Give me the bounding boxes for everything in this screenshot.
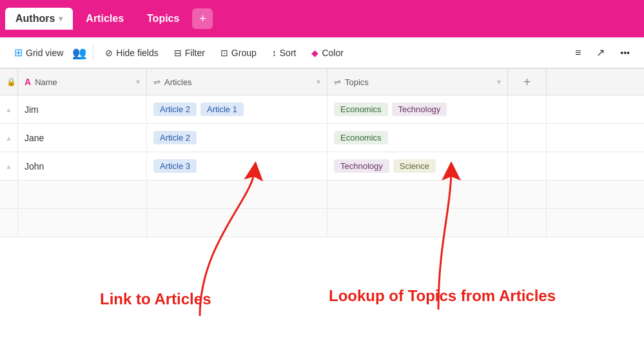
group-button[interactable]: ⊡ Group [214, 44, 263, 62]
lookup-topics-label: Lookup of Topics from Articles [329, 287, 556, 305]
row-extra-3 [508, 152, 547, 180]
grid-header: 🔒 A Name ▾ ⇌ Articles ▾ ⇌ Topics ▾ + [0, 69, 644, 95]
lock-col-header: 🔒 [0, 69, 18, 95]
group-by-icon[interactable]: 👥 [72, 46, 88, 60]
row-lock-icon-1: ▲ [5, 106, 12, 113]
table-row: ▲ Jane Article 2 Economics [0, 124, 644, 152]
table-row [0, 209, 644, 237]
topic-tag-3b: Science [393, 159, 436, 173]
lock-icon: 🔒 [6, 77, 16, 86]
row-articles-3[interactable]: Article 3 [147, 152, 327, 180]
row-name-2[interactable]: Jane [18, 124, 147, 152]
row-articles-1[interactable]: Article 2 Article 1 [147, 95, 327, 123]
color-button[interactable]: ◆ Color [305, 44, 349, 62]
group-label: Group [231, 48, 257, 58]
row-lock-1: ▲ [0, 95, 18, 123]
row-name-1[interactable]: Jim [18, 95, 147, 123]
row-height-icon: ≡ [575, 47, 581, 59]
toolbar-divider-1 [93, 45, 93, 61]
grid-view-icon: ⊞ [14, 46, 23, 59]
row-lock-3: ▲ [0, 152, 18, 180]
name-col-label: Name [35, 77, 57, 87]
row-topics-1[interactable]: Economics Technology [327, 95, 508, 123]
topic-tag-1a: Economics [334, 103, 388, 116]
articles-col-header[interactable]: ⇌ Articles ▾ [147, 69, 327, 95]
topic-tag-1b: Technology [392, 103, 447, 116]
grid-view-label: Grid view [26, 48, 63, 58]
row-name-value-3: John [24, 161, 44, 172]
sort-icon: ↕ [272, 48, 277, 58]
table-row [0, 181, 644, 209]
row-name-3[interactable]: John [18, 152, 147, 180]
filter-button[interactable]: ⊟ Filter [168, 44, 211, 62]
filter-label: Filter [185, 48, 205, 58]
toolbar: ⊞ Grid view 👥 ⊘ Hide fields ⊟ Filter ⊡ G… [0, 37, 644, 68]
articles-col-sort[interactable]: ▾ [317, 77, 320, 86]
link-to-articles-label: Link to Articles [100, 290, 211, 308]
row-name-value-1: Jim [24, 104, 39, 115]
row-extra-1 [508, 95, 547, 123]
row-extra-2 [508, 124, 547, 152]
share-icon: ↗ [596, 46, 605, 59]
article-tag-1a: Article 2 [153, 103, 197, 116]
group-icon: ⊡ [220, 48, 228, 58]
tab-articles-label: Articles [86, 13, 124, 25]
tab-topics[interactable]: Topics [137, 8, 190, 30]
row-topics-2[interactable]: Economics [327, 124, 508, 152]
topics-col-sort[interactable]: ▾ [497, 77, 501, 86]
toolbar-right: ≡ ↗ ••• [569, 43, 636, 63]
table-row: ▲ John Article 3 Technology Science [0, 152, 644, 181]
row-height-button[interactable]: ≡ [569, 43, 587, 63]
topics-col-icon: ⇌ [334, 77, 341, 87]
tab-authors-chevron: ▾ [59, 14, 63, 23]
articles-col-icon: ⇌ [153, 77, 161, 87]
article-tag-2a: Article 2 [153, 131, 197, 144]
add-col-button[interactable]: + [508, 69, 547, 95]
add-tab-button[interactable]: + [192, 8, 213, 29]
name-col-sort[interactable]: ▾ [136, 77, 140, 86]
row-lock-icon-3: ▲ [5, 162, 12, 170]
hide-fields-label: Hide fields [116, 48, 158, 58]
tab-topics-label: Topics [147, 13, 179, 25]
topic-tag-3a: Technology [334, 159, 389, 173]
hide-fields-icon: ⊘ [105, 48, 113, 58]
name-col-header[interactable]: A Name ▾ [18, 69, 147, 95]
more-button[interactable]: ••• [614, 44, 636, 62]
topic-tag-2a: Economics [334, 131, 388, 144]
hide-fields-button[interactable]: ⊘ Hide fields [99, 44, 164, 62]
tab-authors-label: Authors [15, 13, 55, 25]
row-lock-icon-2: ▲ [5, 134, 12, 142]
share-button[interactable]: ↗ [590, 43, 611, 63]
row-name-value-2: Jane [24, 133, 44, 143]
row-articles-2[interactable]: Article 2 [147, 124, 327, 152]
article-tag-3a: Article 3 [153, 159, 197, 173]
article-tag-1b: Article 1 [200, 103, 244, 116]
name-col-icon: A [24, 77, 31, 87]
tab-authors[interactable]: Authors ▾ [5, 8, 73, 30]
more-icon: ••• [620, 48, 630, 58]
table-row: ▲ Jim Article 2 Article 1 Economics Tech… [0, 95, 644, 124]
articles-col-label: Articles [164, 77, 192, 87]
color-icon: ◆ [311, 48, 318, 58]
color-label: Color [322, 48, 343, 58]
sort-label: Sort [280, 48, 297, 58]
tab-articles[interactable]: Articles [75, 8, 134, 30]
grid: 🔒 A Name ▾ ⇌ Articles ▾ ⇌ Topics ▾ + ▲ J… [0, 68, 644, 237]
topics-col-label: Topics [345, 77, 369, 87]
tab-bar: Authors ▾ Articles Topics + [0, 0, 644, 37]
topics-col-header[interactable]: ⇌ Topics ▾ [327, 69, 508, 95]
row-lock-2: ▲ [0, 124, 18, 152]
sort-button[interactable]: ↕ Sort [266, 44, 303, 62]
grid-view-button[interactable]: ⊞ Grid view [8, 43, 70, 63]
row-topics-3[interactable]: Technology Science [327, 152, 508, 180]
filter-icon: ⊟ [174, 48, 182, 58]
